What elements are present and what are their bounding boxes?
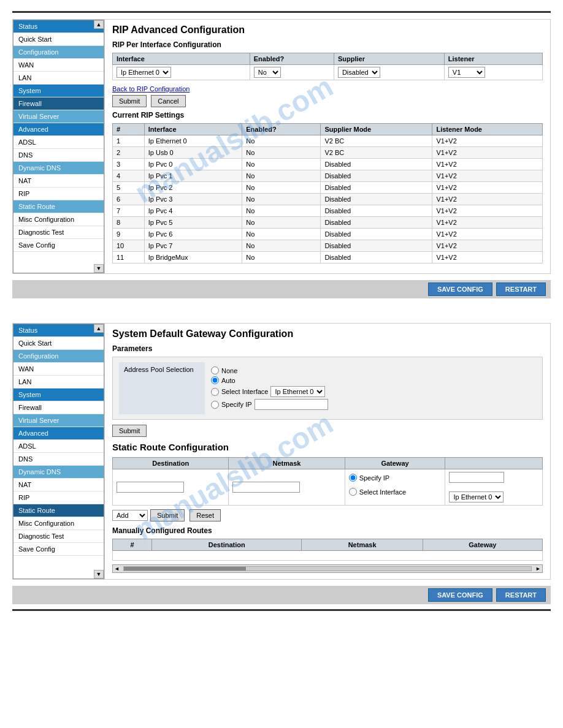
sidebar-item-virtual-server[interactable]: Virtual Server [13, 110, 104, 123]
reset-button-route[interactable]: Reset [190, 509, 221, 521]
gateway-specify-radio[interactable] [349, 474, 357, 482]
listener-select[interactable]: V1 V2 V1+V2 [448, 67, 485, 78]
radio-none: None [211, 366, 531, 374]
interface-select-cell[interactable]: Ip Ethernet 0 Ip Usb 0 Ip Pvc 0 [113, 65, 250, 80]
col-sup-header: Supplier Mode [321, 124, 432, 135]
supplier-select-cell[interactable]: Disabled V1 V2 BC [334, 65, 444, 80]
manual-routes-table: # Destination Netmask Gateway [112, 539, 543, 561]
sidebar2-item-wan[interactable]: WAN [13, 363, 104, 376]
table-row: 1Ip Ethernet 0NoV2 BCV1+V2 [113, 135, 543, 147]
table-row: 5Ip Pvc 2NoDisabledV1+V2 [113, 182, 543, 194]
scroll-up-arrow[interactable]: ▲ [94, 20, 104, 29]
submit-button-gw[interactable]: Submit [112, 425, 147, 437]
current-settings-header: Current RIP Settings [112, 111, 543, 119]
save-config-button-top[interactable]: SAVE CONFIG [428, 282, 492, 296]
gateway-iface-radio[interactable] [349, 488, 357, 496]
address-pool-options: None Auto Select Interface Ip Ethernet [206, 362, 536, 414]
netmask-cell[interactable] [229, 469, 345, 506]
scroll-down-arrow2[interactable]: ▼ [94, 570, 104, 578]
enabled-select-cell[interactable]: No Yes [250, 65, 334, 80]
destination-input[interactable] [117, 482, 184, 493]
scroll-up-arrow2[interactable]: ▲ [94, 324, 104, 333]
sidebar-item-save-config[interactable]: Save Config [13, 239, 104, 252]
sidebar2-item-dynamic-dns[interactable]: Dynamic DNS [13, 466, 104, 479]
specify-ip-input[interactable] [255, 399, 328, 410]
static-route-title: Static Route Configuration [112, 442, 543, 452]
sidebar2-item-configuration[interactable]: Configuration [13, 350, 104, 363]
sidebar-item-advanced[interactable]: Advanced [13, 123, 104, 136]
sidebar-item-adsl[interactable]: ADSL [13, 136, 104, 149]
sidebar2-item-rip[interactable]: RIP [13, 491, 104, 504]
radio-none-input[interactable] [211, 366, 219, 374]
cancel-button-rip[interactable]: Cancel [151, 95, 185, 107]
sidebar-item-dns[interactable]: DNS [13, 149, 104, 162]
sidebar-item-wan[interactable]: WAN [13, 59, 104, 72]
table-row: 4Ip Pvc 1NoDisabledV1+V2 [113, 170, 543, 182]
sidebar-item-nat[interactable]: NAT [13, 175, 104, 188]
submit-button-route[interactable]: Submit [150, 509, 185, 521]
scroll-right-btn[interactable]: ► [534, 566, 542, 572]
sidebar2-item-diagnostic-test[interactable]: Diagnostic Test [13, 530, 104, 543]
sidebar2-item-dns[interactable]: DNS [13, 453, 104, 466]
radio-none-label: None [221, 367, 237, 374]
sidebar-item-static-route[interactable]: Static Route [13, 200, 104, 213]
supplier-select[interactable]: Disabled V1 V2 BC [338, 67, 380, 78]
sidebar-item-status[interactable]: Status [13, 20, 104, 33]
sidebar-item-system[interactable]: System [13, 85, 104, 97]
dest-cell[interactable] [113, 469, 229, 506]
sidebar-item-diagnostic-test[interactable]: Diagnostic Test [13, 226, 104, 239]
horizontal-scrollbar[interactable]: ◄ ► [112, 564, 543, 573]
address-pool-label: Address Pool Selection [119, 362, 205, 414]
sidebar-item-misc-configuration[interactable]: Misc Configuration [13, 213, 104, 226]
sidebar2-item-status[interactable]: Status [13, 324, 104, 337]
gateway-ip-input[interactable] [449, 472, 504, 483]
interface-select[interactable]: Ip Ethernet 0 Ip Usb 0 Ip Pvc 0 [117, 67, 171, 78]
radio-select-interface: Select Interface Ip Ethernet 0 Ip Usb 0 [211, 386, 531, 397]
save-config-button-bottom[interactable]: SAVE CONFIG [428, 588, 492, 602]
sidebar-item-quick-start[interactable]: Quick Start [13, 33, 104, 46]
restart-button-top[interactable]: RESTART [496, 282, 546, 296]
gateway-iface-label: Select Interface [359, 488, 406, 496]
submit-button-rip[interactable]: Submit [112, 95, 147, 107]
sidebar2-item-virtual-server[interactable]: Virtual Server [13, 414, 104, 427]
enabled-select[interactable]: No Yes [254, 67, 281, 78]
listener-select-cell[interactable]: V1 V2 V1+V2 [444, 65, 542, 80]
sidebar2-item-static-route[interactable]: Static Route [13, 504, 104, 517]
gateway-title: System Default Gateway Configuration [112, 328, 543, 339]
gateway-specify-label: Specify IP [359, 474, 390, 482]
netmask-header: Netmask [229, 458, 345, 469]
sidebar2-item-firewall[interactable]: Firewall [13, 401, 104, 414]
bottom-bar-top: SAVE CONFIG RESTART [12, 280, 551, 298]
per-interface-row: Ip Ethernet 0 Ip Usb 0 Ip Pvc 0 No Yes [113, 65, 543, 80]
sidebar-item-dynamic-dns[interactable]: Dynamic DNS [13, 162, 104, 175]
radio-select-iface-input[interactable] [211, 388, 219, 396]
sidebar2-item-adsl[interactable]: ADSL [13, 440, 104, 453]
scrollbar-track[interactable] [123, 566, 532, 571]
scroll-left-btn[interactable]: ◄ [113, 566, 121, 572]
sidebar2-item-save-config[interactable]: Save Config [13, 543, 104, 556]
sidebar2-item-misc-configuration[interactable]: Misc Configuration [13, 517, 104, 530]
select-interface-dropdown[interactable]: Ip Ethernet 0 Ip Usb 0 [270, 386, 325, 397]
sidebar2-item-quick-start[interactable]: Quick Start [13, 337, 104, 350]
sidebar2-item-advanced[interactable]: Advanced [13, 427, 104, 440]
sidebar2-item-system[interactable]: System [13, 389, 104, 401]
scrollbar-thumb[interactable] [124, 567, 246, 571]
sidebar-item-rip[interactable]: RIP [13, 188, 104, 200]
gateway-interface-select[interactable]: Ip Ethernet 0 Ip Usb 0 [449, 491, 504, 502]
radio-auto-input[interactable] [211, 376, 219, 384]
back-to-rip-link[interactable]: Back to RIP Configuration [112, 85, 543, 93]
scroll-down-arrow[interactable]: ▼ [94, 264, 104, 273]
table-row: 7Ip Pvc 4NoDisabledV1+V2 [113, 205, 543, 217]
action-select[interactable]: Add Edit Delete [112, 510, 148, 521]
radio-specify-ip-input[interactable] [211, 401, 219, 409]
table-row: 6Ip Pvc 3NoDisabledV1+V2 [113, 194, 543, 205]
table-row: 11Ip BridgeMuxNoDisabledV1+V2 [113, 252, 543, 264]
sidebar-item-firewall[interactable]: Firewall [13, 97, 104, 110]
sidebar-item-lan[interactable]: LAN [13, 72, 104, 85]
sidebar2-item-lan[interactable]: LAN [13, 376, 104, 389]
netmask-input[interactable] [232, 482, 300, 493]
sidebar-item-configuration[interactable]: Configuration [13, 46, 104, 59]
restart-button-bottom[interactable]: RESTART [496, 588, 546, 602]
sidebar2-item-nat[interactable]: NAT [13, 479, 104, 491]
manual-gateway-header: Gateway [423, 539, 542, 551]
